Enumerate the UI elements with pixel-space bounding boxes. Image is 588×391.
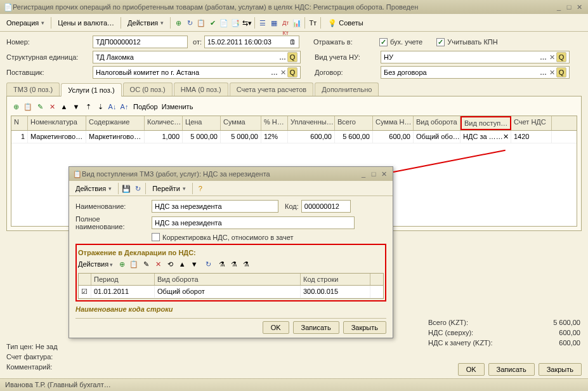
col-vidob[interactable]: Вид оборота	[414, 116, 461, 130]
list-icon[interactable]: ☰	[258, 18, 268, 28]
col-upl[interactable]: Уплаченны…	[288, 116, 335, 130]
report-icon[interactable]: 📊	[292, 18, 302, 28]
dlg-filter3-icon[interactable]: ⚗	[241, 259, 251, 269]
row-edit-icon[interactable]: ✎	[35, 102, 45, 112]
dlg-copy-icon[interactable]: 📋	[129, 259, 139, 269]
supplier-help-icon[interactable]: Q	[287, 67, 297, 77]
dlg-col-vidob[interactable]: Вид оборота	[155, 274, 301, 285]
row-delete-icon[interactable]: ✕	[47, 102, 57, 112]
dlg-korr-checkbox[interactable]	[152, 233, 160, 241]
doc2-icon[interactable]: 📑	[230, 18, 240, 28]
dlg-close-button[interactable]: Закрыть	[343, 321, 386, 334]
text-icon[interactable]: Tт	[308, 18, 318, 28]
dialog-goto-menu[interactable]: Перейти	[148, 183, 190, 194]
copy-icon[interactable]: 📋	[196, 18, 206, 28]
dlg-ok-button[interactable]: OK	[263, 321, 289, 334]
viducheta-clear-icon[interactable]: ✕	[548, 53, 556, 62]
dlg-col-period[interactable]: Период	[91, 274, 155, 285]
podbor-button[interactable]: Подбор	[133, 103, 158, 110]
tab-scheta[interactable]: Счета учета расчетов	[230, 83, 313, 96]
maximize-button[interactable]: □	[564, 3, 574, 11]
main-close-button[interactable]: Закрыть	[539, 363, 582, 376]
col-nomen[interactable]: Номенклатура	[28, 116, 86, 130]
dlg-save-button[interactable]: Записать	[293, 321, 339, 334]
tab-uslugi[interactable]: Услуги (1 поз.)	[61, 83, 121, 96]
dt-icon[interactable]: ДтКт	[280, 18, 291, 28]
dlg-filter2-icon[interactable]: ⚗	[229, 259, 239, 269]
number-input[interactable]: ТДП00000012	[93, 36, 188, 48]
dlg-code-input[interactable]: 000000012	[301, 200, 351, 213]
col-sum[interactable]: Сумма	[221, 116, 261, 130]
col-price[interactable]: Цена	[183, 116, 221, 130]
dlg-name-input[interactable]: НДС за нерезидента	[152, 200, 278, 213]
add-icon[interactable]: ⊕	[173, 18, 183, 28]
date-input[interactable]: 15.02.2011 16:00:03 🗓	[204, 36, 299, 48]
sort-desc-icon[interactable]: A↑	[119, 102, 129, 112]
dlg-table-row[interactable]: ☑ 01.01.2011 Общий оборот 300.00.015	[79, 286, 383, 298]
vidpost-clear-icon[interactable]: ✕	[503, 133, 509, 141]
dialog-refresh-icon[interactable]: ↻	[133, 183, 143, 194]
prices-button[interactable]: Цены и валюта…	[54, 18, 118, 28]
dlg-down-icon[interactable]: ▼	[189, 259, 199, 269]
dialog-save-icon[interactable]: 💾	[121, 183, 131, 194]
dlg-filter1-icon[interactable]: ⚗	[217, 259, 227, 269]
bukh-checkbox[interactable]: ✓	[379, 38, 388, 46]
close-button[interactable]: ✕	[574, 3, 584, 11]
viducheta-input[interactable]: НУ … ✕ Q	[381, 51, 570, 63]
contract-input[interactable]: Без договора … ✕ Q	[381, 66, 570, 79]
struct-input[interactable]: ТД Лакомка … Q	[93, 51, 301, 63]
col-pct[interactable]: % Н…	[261, 116, 288, 130]
refresh-icon[interactable]: ↻	[185, 18, 195, 28]
dlg-up-icon[interactable]: ▲	[177, 259, 187, 269]
col-kol[interactable]: Количес…	[145, 116, 183, 130]
check-icon[interactable]: ✔	[207, 18, 218, 28]
dlg-col-kod[interactable]: Код строки	[301, 274, 370, 285]
col-vidpost[interactable]: Вид поступ…	[461, 116, 511, 130]
supplier-select-icon[interactable]: …	[270, 69, 279, 76]
izmenit-button[interactable]: Изменить	[162, 103, 193, 110]
contract-clear-icon[interactable]: ✕	[548, 69, 556, 77]
kpn-checkbox[interactable]: ✓	[436, 38, 445, 46]
row-copy-icon[interactable]: 📋	[23, 102, 33, 112]
tab-dop[interactable]: Дополнительно	[315, 83, 379, 96]
doc1-icon[interactable]: 📄	[219, 18, 229, 28]
tips-button[interactable]: 💡Советы	[323, 17, 367, 29]
tab-os[interactable]: ОС (0 поз.)	[123, 83, 173, 96]
contract-help-icon[interactable]: Q	[556, 67, 566, 77]
viducheta-select-icon[interactable]: …	[539, 53, 548, 61]
actions-menu[interactable]: Действия	[124, 18, 167, 28]
dlg-edit-icon[interactable]: ✎	[141, 259, 151, 269]
sort-asc-icon[interactable]: A↓	[107, 102, 117, 112]
dlg-fullname-input[interactable]: НДС за нерезидента	[152, 216, 355, 229]
cell-vidpost[interactable]: НДС за … … ✕	[461, 131, 511, 143]
row-down-icon[interactable]: ▼	[71, 102, 81, 112]
dlg-grid-actions[interactable]: Действия	[78, 260, 113, 268]
row-up-icon[interactable]: ▲	[59, 102, 69, 112]
nav-icon[interactable]: ⇆▾	[242, 18, 252, 28]
col-soder[interactable]: Содержание	[86, 116, 145, 130]
col-vsego[interactable]: Всего	[335, 116, 373, 130]
calendar-icon[interactable]: 🗓	[289, 38, 296, 46]
main-ok-button[interactable]: OK	[458, 363, 485, 376]
move-up-icon[interactable]: ⇡	[83, 102, 93, 112]
contract-select-icon[interactable]: …	[539, 69, 548, 76]
tab-tmz[interactable]: ТМЗ (0 поз.)	[6, 83, 60, 96]
col-n[interactable]: N	[11, 116, 28, 130]
vidpost-select-icon[interactable]: …	[496, 133, 503, 141]
tab-nma[interactable]: НМА (0 поз.)	[174, 83, 228, 96]
dlg-add-icon[interactable]: ⊕	[117, 259, 127, 269]
struct-help-icon[interactable]: Q	[287, 52, 297, 62]
move-down-icon[interactable]: ⇣	[95, 102, 105, 112]
operation-menu[interactable]: Операция	[3, 18, 48, 28]
col-sumn[interactable]: Сумма Н…	[373, 116, 414, 130]
row-add-icon[interactable]: ⊕	[11, 102, 21, 112]
dialog-close-button[interactable]: ✕	[379, 170, 389, 178]
minimize-button[interactable]: _	[554, 3, 564, 11]
dialog-max-button[interactable]: □	[369, 170, 379, 178]
grid-icon[interactable]: ▦	[269, 18, 279, 28]
dialog-help-icon[interactable]: ?	[195, 183, 206, 194]
dialog-actions-menu[interactable]: Действия	[72, 183, 115, 194]
viducheta-help-icon[interactable]: Q	[556, 52, 566, 62]
supplier-clear-icon[interactable]: ✕	[279, 69, 287, 77]
dlg-refresh2-icon[interactable]: ↻	[203, 259, 213, 269]
